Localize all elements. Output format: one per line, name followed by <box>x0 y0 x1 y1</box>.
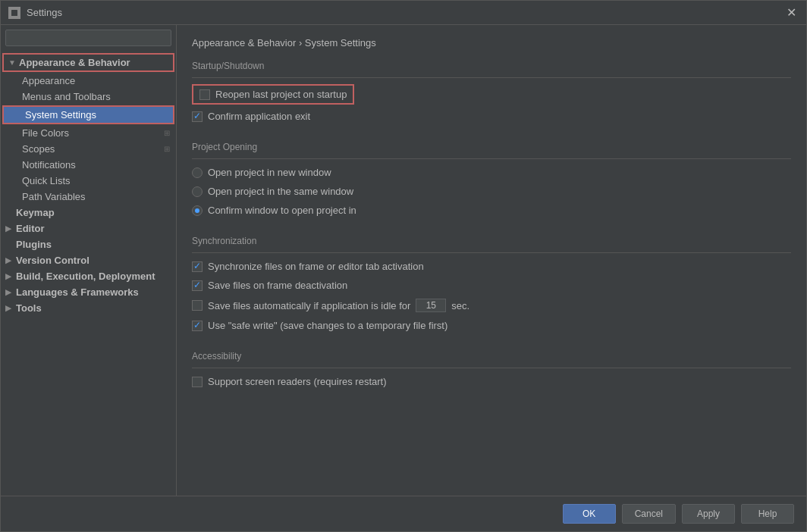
confirm-exit-checkbox[interactable] <box>192 111 203 122</box>
sidebar-item-notifications[interactable]: Notifications <box>1 157 176 173</box>
confirm-window-label: Confirm window to open project in <box>208 205 356 216</box>
same-window-row: Open project in the same window <box>192 184 791 199</box>
startup-label: Startup/Shutdown <box>192 61 791 71</box>
screen-readers-label: Support screen readers (requires restart… <box>208 376 387 387</box>
new-window-row: Open project in new window <box>192 165 791 180</box>
reopen-project-label: Reopen last project on startup <box>215 89 347 100</box>
screen-readers-checkbox[interactable] <box>192 377 203 387</box>
accessibility-label: Accessibility <box>192 351 791 361</box>
new-window-radio[interactable] <box>192 167 203 178</box>
sidebar-item-plugins[interactable]: Plugins <box>1 236 176 252</box>
same-window-label: Open project in the same window <box>208 186 353 197</box>
startup-section: Startup/Shutdown Reopen last project on … <box>192 61 791 128</box>
same-window-radio[interactable] <box>192 186 203 197</box>
search-input[interactable] <box>5 30 171 46</box>
sidebar-item-scopes[interactable]: Scopes ⊞ <box>1 141 176 157</box>
confirm-window-row: Confirm window to open project in <box>192 203 791 217</box>
appearance-behavior-highlight: Appearance & Behavior <box>2 53 174 72</box>
main-content: Appearance & Behavior Appearance Menus a… <box>1 25 806 496</box>
reopen-project-row: Reopen last project on startup <box>192 84 354 105</box>
arrow-right-icon5 <box>5 304 13 312</box>
content-area: Appearance & Behavior › System Settings … <box>177 25 806 496</box>
synchronization-label: Synchronization <box>192 236 791 246</box>
accessibility-divider <box>192 368 791 368</box>
title-bar-left: Settings <box>8 7 62 19</box>
settings-window: Settings ✕ Appearance & Behavior Appeara… <box>0 0 807 532</box>
sync-divider <box>192 252 791 253</box>
sidebar-item-menus-toolbars[interactable]: Menus and Toolbars <box>1 89 176 105</box>
settings-app-icon <box>8 7 20 19</box>
svg-rect-1 <box>11 10 17 16</box>
sidebar-item-appearance[interactable]: Appearance <box>1 73 176 89</box>
sidebar-item-keymap[interactable]: Keymap <box>1 205 176 221</box>
system-settings-highlight: System Settings <box>2 105 174 124</box>
save-idle-row: Save files automatically if application … <box>192 297 791 314</box>
arrow-right-icon3 <box>5 272 13 280</box>
cancel-button[interactable]: Cancel <box>622 504 676 524</box>
accessibility-section: Accessibility Support screen readers (re… <box>192 351 791 393</box>
arrow-right-icon <box>5 224 13 233</box>
startup-divider <box>192 77 791 78</box>
project-opening-divider <box>192 158 791 159</box>
save-deactivation-row: Save files on frame deactivation <box>192 278 791 293</box>
arrow-right-icon4 <box>5 288 13 296</box>
sidebar-item-languages-frameworks[interactable]: Languages & Frameworks <box>1 284 176 300</box>
sidebar-item-tools[interactable]: Tools <box>1 300 176 316</box>
sync-files-label: Synchronize files on frame or editor tab… <box>208 261 424 272</box>
sidebar-item-quick-lists[interactable]: Quick Lists <box>1 173 176 189</box>
bottom-bar: OK Cancel Apply Help <box>1 496 806 531</box>
sidebar-item-file-colors[interactable]: File Colors ⊞ <box>1 125 176 141</box>
sidebar: Appearance & Behavior Appearance Menus a… <box>1 25 177 496</box>
save-idle-label: Save files automatically if application … <box>208 300 410 311</box>
save-deactivation-checkbox[interactable] <box>192 280 203 291</box>
confirm-exit-row: Confirm application exit <box>192 109 791 124</box>
project-opening-section: Project Opening Open project in new wind… <box>192 142 791 222</box>
safe-write-checkbox[interactable] <box>192 321 203 331</box>
sidebar-item-version-control[interactable]: Version Control <box>1 252 176 268</box>
sidebar-item-appearance-behavior[interactable]: Appearance & Behavior <box>4 55 173 70</box>
safe-write-row: Use "safe write" (save changes to a temp… <box>192 318 791 333</box>
confirm-exit-label: Confirm application exit <box>208 111 310 122</box>
confirm-window-radio[interactable] <box>192 205 203 216</box>
apply-button[interactable]: Apply <box>682 504 735 524</box>
sidebar-item-build-execution[interactable]: Build, Execution, Deployment <box>1 268 176 284</box>
idle-time-input[interactable] <box>416 299 446 312</box>
save-idle-checkbox[interactable] <box>192 300 203 311</box>
sec-label: sec. <box>451 300 469 311</box>
project-opening-label: Project Opening <box>192 142 791 152</box>
title-bar: Settings ✕ <box>1 1 806 25</box>
breadcrumb: Appearance & Behavior › System Settings <box>192 37 791 49</box>
new-window-label: Open project in new window <box>208 167 331 178</box>
sidebar-item-editor[interactable]: Editor <box>1 221 176 236</box>
safe-write-label: Use "safe write" (save changes to a temp… <box>208 320 447 331</box>
reopen-project-checkbox[interactable] <box>199 89 210 100</box>
synchronization-section: Synchronization Synchronize files on fra… <box>192 236 791 337</box>
window-title: Settings <box>27 7 62 18</box>
sidebar-item-path-variables[interactable]: Path Variables <box>1 189 176 205</box>
sync-files-checkbox[interactable] <box>192 261 203 272</box>
help-button[interactable]: Help <box>741 504 794 524</box>
sidebar-item-system-settings[interactable]: System Settings <box>4 107 173 123</box>
screen-readers-row: Support screen readers (requires restart… <box>192 374 791 389</box>
arrow-right-icon2 <box>5 256 13 264</box>
sidebar-tree: Appearance & Behavior Appearance Menus a… <box>1 51 176 496</box>
save-deactivation-label: Save files on frame deactivation <box>208 280 347 291</box>
close-button[interactable]: ✕ <box>783 5 799 20</box>
arrow-down-icon <box>8 58 16 67</box>
ok-button[interactable]: OK <box>563 504 616 524</box>
sync-files-row: Synchronize files on frame or editor tab… <box>192 259 791 274</box>
